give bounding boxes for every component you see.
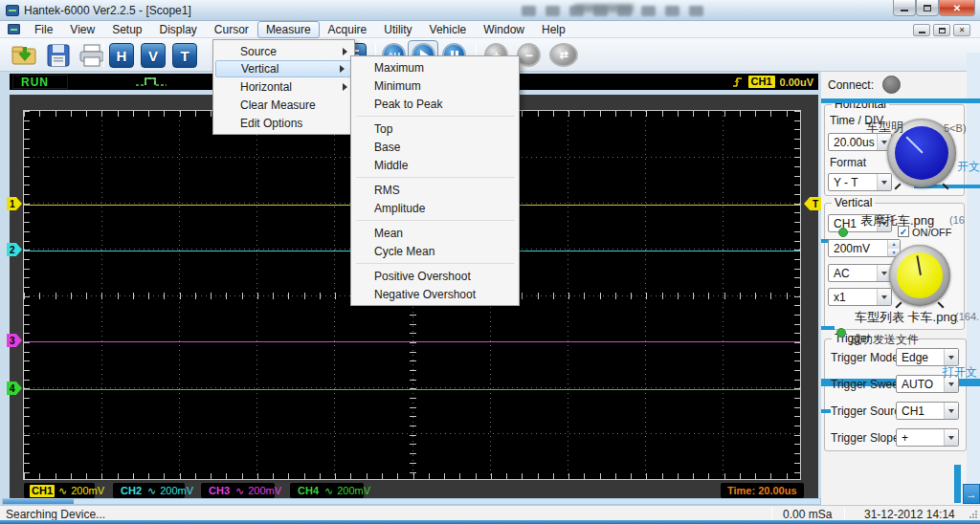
menu-setup[interactable]: Setup <box>103 21 150 38</box>
menu-vehicle[interactable]: Vehicle <box>421 21 476 38</box>
tray-icon-blurred <box>522 6 536 16</box>
window-bottom-border <box>0 520 980 524</box>
menu-bar: File View Setup Display Cursor Measure A… <box>0 21 980 38</box>
close-button[interactable]: ✕ <box>939 0 975 16</box>
dropdown-button[interactable] <box>944 429 958 446</box>
mdi-restore-button[interactable] <box>933 24 950 36</box>
print-icon[interactable] <box>78 43 105 68</box>
swap-button[interactable]: ⇄ <box>549 43 578 67</box>
menu-view[interactable]: View <box>61 21 103 38</box>
measure-menu-source[interactable]: Source <box>213 42 354 60</box>
measure-menu-horizontal[interactable]: Horizontal <box>213 77 354 96</box>
submenu-peak-to-peak[interactable]: Peak to Peak <box>351 95 519 113</box>
coupling-icon: ∿ <box>235 485 244 497</box>
menu-display[interactable]: Display <box>151 21 206 38</box>
submenu-maximum[interactable]: Maximum <box>351 58 519 76</box>
dropdown-button[interactable] <box>877 289 891 305</box>
coupling-select[interactable]: AC <box>828 264 892 282</box>
channel2-label: CH2 <box>119 485 144 497</box>
background-stripe <box>821 409 831 413</box>
volt-scale-value: 200mV <box>829 242 887 255</box>
chevron-down-icon <box>948 356 954 360</box>
vertical-knob[interactable] <box>889 245 950 306</box>
app-icon <box>6 5 19 16</box>
channel-marker-2[interactable]: 2 <box>7 243 22 256</box>
trigger-slope-select[interactable]: + <box>896 428 959 447</box>
dropdown-button[interactable] <box>944 349 958 365</box>
channel4-status[interactable]: CH4 ∿ 200mV <box>290 483 364 498</box>
channel1-scale: 200mV <box>71 485 104 496</box>
minimize-button[interactable] <box>893 0 916 16</box>
trigger-source-value: CH1 <box>897 404 944 418</box>
trigger-channel-badge: CH1 <box>748 76 775 88</box>
probe-select[interactable]: x1 <box>828 288 892 306</box>
dropdown-button[interactable] <box>944 403 958 419</box>
mdi-minimize-icon <box>919 32 925 33</box>
menu-separator <box>356 220 514 221</box>
menu-window[interactable]: Window <box>475 21 533 38</box>
open-icon[interactable] <box>11 43 38 68</box>
menu-cursor[interactable]: Cursor <box>206 21 257 38</box>
trigger-source-select[interactable]: CH1 <box>896 402 959 420</box>
mdi-close-icon: ✕ <box>959 26 966 34</box>
submenu-middle[interactable]: Middle <box>351 156 519 174</box>
maximize-button[interactable] <box>916 0 939 16</box>
menu-help[interactable]: Help <box>533 21 574 38</box>
minus-icon: − <box>524 48 532 63</box>
background-text-fragment: 车型列表 卡车.png <box>855 309 957 326</box>
h-button-label: H <box>117 48 127 64</box>
channel-marker-1[interactable]: 1 <box>7 197 22 210</box>
channel-marker-3[interactable]: 3 <box>7 334 22 347</box>
v-button-label: V <box>148 48 158 64</box>
measure-menu-clear[interactable]: Clear Measure <box>213 96 354 114</box>
submenu-cycle-mean[interactable]: Cycle Mean <box>351 242 519 260</box>
menu-measure[interactable]: Measure <box>257 21 320 38</box>
submenu-minimum[interactable]: Minimum <box>351 76 519 95</box>
format-label: Format <box>830 156 866 169</box>
chevron-down-icon <box>948 409 954 413</box>
mdi-close-button[interactable]: ✕ <box>953 24 970 36</box>
background-stripe <box>821 98 980 103</box>
background-text-fragment: (16 <box>949 214 965 226</box>
connect-status-led <box>882 76 901 94</box>
format-select[interactable]: Y - T <box>828 173 892 191</box>
chevron-down-icon <box>881 181 887 185</box>
spin-up-icon[interactable]: ▲ <box>888 240 900 249</box>
submenu-negative-overshoot[interactable]: Negative Overshoot <box>351 285 519 303</box>
mdi-document-icon[interactable] <box>8 24 20 34</box>
time-div-value: 20.00us <box>829 136 877 149</box>
submenu-rms[interactable]: RMS <box>351 181 519 199</box>
channel1-status[interactable]: CH1 ∿ 200mV <box>24 483 95 498</box>
horizontal-scrollbar[interactable] <box>2 498 821 505</box>
menu-acquire[interactable]: Acquire <box>320 21 376 38</box>
zoom-out-button[interactable]: − <box>517 43 541 67</box>
channel3-status[interactable]: CH3 ∿ 200mV <box>201 483 275 498</box>
submenu-amplitude[interactable]: Amplitude <box>351 199 519 217</box>
horizontal-panel-button[interactable]: H <box>109 43 134 68</box>
channel-marker-4[interactable]: 4 <box>7 382 22 395</box>
submenu-top[interactable]: Top <box>351 120 519 138</box>
resize-grip[interactable] <box>969 510 978 519</box>
menu-file[interactable]: File <box>26 21 61 38</box>
tray-icon-blurred <box>665 6 679 16</box>
mdi-minimize-button[interactable] <box>913 24 930 36</box>
sample-rate: 0.00 mSa <box>783 508 832 521</box>
measure-menu-vertical[interactable]: Vertical <box>215 60 352 77</box>
tray-icon-blurred <box>546 6 560 16</box>
submenu-positive-overshoot[interactable]: Positive Overshoot <box>351 267 519 285</box>
volt-scale-spinner[interactable]: 200mV ▲▼ <box>828 239 901 257</box>
submenu-mean[interactable]: Mean <box>351 224 519 242</box>
measure-menu-edit-options[interactable]: Edit Options <box>213 114 354 132</box>
trigger-slope-label: Trigger Slope <box>831 431 900 445</box>
background-text-fragment: (164. <box>955 311 979 322</box>
save-icon[interactable] <box>46 43 71 68</box>
dropdown-button[interactable] <box>877 174 891 190</box>
vertical-panel-button[interactable]: V <box>141 43 166 68</box>
channel4-scale: 200mV <box>337 485 370 496</box>
trigger-level-marker[interactable]: T <box>804 197 821 210</box>
scrollbar-thumb[interactable] <box>3 499 74 504</box>
menu-utility[interactable]: Utility <box>375 21 420 38</box>
channel2-status[interactable]: CH2 ∿ 200mV <box>113 483 185 498</box>
submenu-base[interactable]: Base <box>351 138 519 156</box>
trigger-panel-button[interactable]: T <box>172 43 197 68</box>
